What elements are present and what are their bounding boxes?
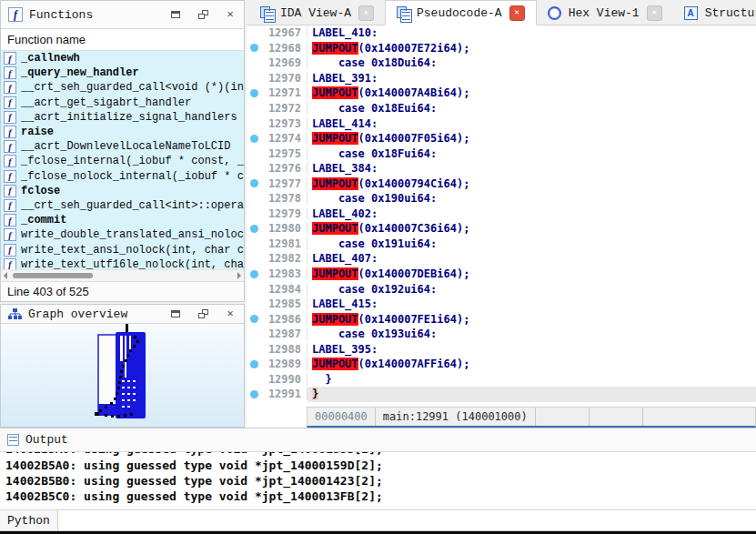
line-number: 12979 bbox=[261, 207, 307, 220]
function-name-column-header[interactable]: Function name bbox=[1, 29, 244, 51]
function-list-item[interactable]: ffclose bbox=[1, 184, 244, 198]
breakpoint-dot[interactable] bbox=[250, 360, 258, 368]
pseudocode-line[interactable]: 12975 case 0x18Fui64: bbox=[247, 146, 756, 161]
function-name: __acrt_DownlevelLocaleNameToLCID bbox=[21, 140, 230, 153]
pseudocode-line[interactable]: 12968 JUMPOUT(0x140007E72i64); bbox=[247, 41, 756, 56]
breakpoint-gutter[interactable] bbox=[247, 44, 261, 52]
pseudocode-line[interactable]: 12989 JUMPOUT(0x140007AFFi64); bbox=[247, 357, 756, 372]
function-list-item[interactable]: f__crt_seh_guarded_call<void (*)(int) bbox=[1, 80, 244, 95]
breakpoint-dot[interactable] bbox=[250, 270, 258, 278]
python-input[interactable] bbox=[58, 510, 756, 530]
pseudocode-line[interactable]: 12990 } bbox=[247, 372, 756, 388]
pseudocode-line[interactable]: 12976LABEL_384: bbox=[247, 161, 756, 176]
pseudocode-line[interactable]: 12973LABEL_414: bbox=[247, 116, 756, 131]
maximize-button[interactable] bbox=[169, 307, 182, 320]
tab-pseudocode-a[interactable]: Pseudocode-A✕ bbox=[385, 0, 537, 25]
line-text: JUMPOUT(0x140007AFFi64); bbox=[307, 357, 756, 372]
pseudocode-line[interactable]: 12987 case 0x193ui64: bbox=[247, 327, 756, 342]
function-list-item[interactable]: f_fclose_nolock_internal(_iobuf * con bbox=[1, 169, 244, 184]
function-list-item[interactable]: f_callnewh bbox=[1, 51, 244, 65]
pseudocode-line[interactable]: 12988LABEL_395: bbox=[247, 341, 756, 357]
line-text: LABEL_395: bbox=[307, 341, 756, 357]
function-f-icon: f bbox=[4, 81, 16, 94]
breakpoint-gutter[interactable] bbox=[247, 135, 261, 143]
function-list-item[interactable]: f__acrt_initialize_signal_handlers bbox=[1, 110, 244, 125]
line-number: 12991 bbox=[261, 388, 307, 400]
pseudocode-line[interactable]: 12979LABEL_402: bbox=[247, 207, 756, 222]
pseudocode-line[interactable]: 12984 case 0x192ui64: bbox=[247, 281, 756, 297]
output-console[interactable]: 14002B5A0: using guessed type void *jpt_… bbox=[0, 452, 756, 509]
breakpoint-gutter[interactable] bbox=[247, 179, 261, 187]
close-button[interactable]: ✕ bbox=[224, 307, 237, 320]
function-list-item[interactable]: f__crt_seh_guarded_call<int>::operato bbox=[1, 198, 244, 213]
pseudocode-line[interactable]: 12970LABEL_391: bbox=[247, 71, 756, 86]
pseudocode-line[interactable]: 12972 case 0x18Eui64: bbox=[247, 101, 756, 116]
graph-overview-canvas[interactable] bbox=[1, 324, 244, 427]
pseudocode-line[interactable]: 12982LABEL_407: bbox=[247, 251, 756, 267]
breakpoint-gutter[interactable] bbox=[247, 270, 261, 278]
scroll-left-icon[interactable] bbox=[4, 272, 7, 279]
tab-hex-view-1[interactable]: Hex View-1✕ bbox=[537, 1, 673, 25]
breakpoint-dot[interactable] bbox=[250, 225, 258, 233]
function-f-icon: f bbox=[8, 7, 23, 22]
function-list-item[interactable]: fraise bbox=[1, 125, 244, 139]
pseudocode-line[interactable]: 12985LABEL_415: bbox=[247, 297, 756, 312]
scroll-right-icon[interactable] bbox=[237, 272, 241, 279]
breakpoint-gutter[interactable] bbox=[247, 315, 261, 323]
breakpoint-dot[interactable] bbox=[250, 135, 258, 143]
pseudocode-line[interactable]: 12986 JUMPOUT(0x140007FE1i64); bbox=[247, 311, 756, 327]
tab-close-icon[interactable]: ✕ bbox=[358, 5, 374, 21]
restore-button[interactable] bbox=[197, 8, 209, 21]
pseudocode-line[interactable]: 12977 JUMPOUT(0x14000794Ci64); bbox=[247, 176, 756, 191]
restore-button[interactable] bbox=[197, 307, 209, 320]
pseudocode-status-bar: 00000400 main:12991 (140001000) bbox=[307, 407, 756, 428]
line-number: 12976 bbox=[261, 162, 307, 175]
tab-ida-view-a[interactable]: IDA View-A✕ bbox=[249, 1, 385, 25]
pseudocode-line[interactable]: 12991} bbox=[247, 387, 756, 402]
pseudocode-line[interactable]: 12980 JUMPOUT(0x140007C36i64); bbox=[247, 221, 756, 237]
breakpoint-dot[interactable] bbox=[250, 89, 258, 97]
breakpoint-dot[interactable] bbox=[250, 179, 258, 187]
functions-horizontal-scrollbar[interactable] bbox=[1, 269, 244, 281]
pseudocode-line[interactable]: 12969 case 0x18Dui64: bbox=[247, 55, 756, 71]
pseudocode-line[interactable]: 12971 JUMPOUT(0x140007A4Bi64); bbox=[247, 86, 756, 101]
maximize-button[interactable] bbox=[169, 8, 182, 21]
pseudocode-line[interactable]: 12983 JUMPOUT(0x140007DEBi64); bbox=[247, 267, 756, 282]
function-list-item[interactable]: f__acrt_get_sigabrt_handler bbox=[1, 96, 244, 110]
tab-close-icon[interactable]: ✕ bbox=[647, 5, 662, 21]
breakpoint-dot[interactable] bbox=[250, 44, 258, 52]
breakpoint-gutter[interactable] bbox=[247, 225, 261, 233]
function-list-item[interactable]: f_fclose_internal(_iobuf * const, __cr bbox=[1, 154, 244, 168]
tab-label: IDA View-A bbox=[280, 6, 351, 20]
line-number: 12978 bbox=[261, 192, 307, 205]
function-list-item[interactable]: fwrite_double_translated_ansi_nolock( bbox=[1, 227, 244, 242]
function-list-item[interactable]: f__acrt_DownlevelLocaleNameToLCID bbox=[1, 139, 244, 154]
function-list-item[interactable]: f_commit bbox=[1, 213, 244, 227]
tab-close-icon[interactable]: ✕ bbox=[509, 5, 525, 21]
function-list-item[interactable]: fwrite_text_ansi_nolock(int, char cons bbox=[1, 242, 244, 257]
structures-icon: A bbox=[684, 6, 698, 20]
close-button[interactable]: ✕ bbox=[224, 8, 237, 21]
breakpoint-gutter[interactable] bbox=[247, 390, 261, 398]
scrollbar-thumb[interactable] bbox=[13, 273, 93, 278]
python-interpreter-button[interactable]: Python bbox=[0, 510, 58, 530]
gutter-spacer bbox=[247, 407, 307, 428]
function-list-item[interactable]: fwrite_text_utf16le_nolock(int, char c bbox=[1, 257, 244, 269]
pseudocode-line[interactable]: 12967LABEL_410: bbox=[247, 25, 756, 41]
function-name: _fclose_nolock_internal(_iobuf * con bbox=[21, 170, 244, 183]
pseudocode-view[interactable]: 12967LABEL_410:12968 JUMPOUT(0x140007E72… bbox=[247, 25, 756, 407]
line-number: 12990 bbox=[261, 373, 307, 386]
close-icon: ✕ bbox=[227, 308, 233, 319]
breakpoint-gutter[interactable] bbox=[247, 89, 261, 97]
pseudocode-line[interactable]: 12978 case 0x190ui64: bbox=[247, 191, 756, 207]
breakpoint-gutter[interactable] bbox=[247, 360, 261, 368]
line-number: 12967 bbox=[261, 26, 307, 39]
tab-structur[interactable]: AStructur bbox=[673, 1, 756, 25]
function-list-item[interactable]: f_query_new_handler bbox=[1, 65, 244, 80]
pseudocode-line[interactable]: 12981 case 0x191ui64: bbox=[247, 237, 756, 252]
breakpoint-dot[interactable] bbox=[250, 315, 258, 323]
line-number: 12987 bbox=[261, 327, 307, 340]
pseudocode-line[interactable]: 12974 JUMPOUT(0x140007F05i64); bbox=[247, 131, 756, 146]
function-name: raise bbox=[21, 126, 54, 138]
breakpoint-dot[interactable] bbox=[250, 390, 258, 398]
